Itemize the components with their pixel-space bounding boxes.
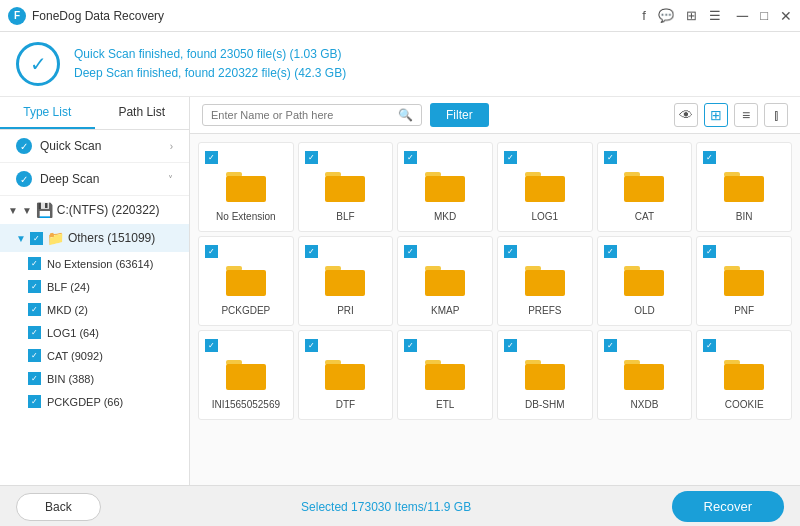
- quick-scan-status: Quick Scan finished, found 23050 file(s)…: [74, 45, 784, 64]
- svg-rect-3: [325, 176, 365, 202]
- deep-scan-item[interactable]: ✓ Deep Scan ˅: [0, 163, 189, 196]
- scan-status-text: Quick Scan finished, found 23050 file(s)…: [74, 45, 784, 83]
- file-label-pnf: PNF: [734, 305, 754, 316]
- file-cb-dbshm[interactable]: ✓: [504, 339, 517, 352]
- svg-rect-15: [325, 270, 365, 296]
- back-button[interactable]: Back: [16, 493, 101, 521]
- sub-checkbox-3[interactable]: ✓: [28, 326, 41, 339]
- sub-item-1: ✓ BLF (24): [0, 275, 189, 298]
- header-area: ✓ Quick Scan finished, found 23050 file(…: [0, 32, 800, 97]
- file-item-pnf[interactable]: ✓ PNF: [696, 236, 792, 326]
- file-item-etl[interactable]: ✓ ETL: [397, 330, 493, 420]
- file-label-bin: BIN: [736, 211, 753, 222]
- svg-rect-9: [624, 176, 664, 202]
- sub-label-0: No Extension (63614): [47, 258, 153, 270]
- share-icon[interactable]: ⊞: [686, 8, 697, 23]
- tab-path-list[interactable]: Path List: [95, 97, 190, 129]
- folder-icon-blf: [323, 168, 367, 207]
- svg-rect-23: [724, 270, 764, 296]
- maximize-btn[interactable]: □: [760, 8, 768, 23]
- file-cb-mkd[interactable]: ✓: [404, 151, 417, 164]
- sub-checkbox-0[interactable]: ✓: [28, 257, 41, 270]
- file-label-ini: INI1565052569: [212, 399, 280, 410]
- file-cb-log1[interactable]: ✓: [504, 151, 517, 164]
- file-cb-dtf[interactable]: ✓: [305, 339, 318, 352]
- file-item-bin[interactable]: ✓ BIN: [696, 142, 792, 232]
- search-box[interactable]: 🔍: [202, 104, 422, 126]
- file-cb-prefs[interactable]: ✓: [504, 245, 517, 258]
- sub-checkbox-6[interactable]: ✓: [28, 395, 41, 408]
- svg-rect-1: [226, 176, 266, 202]
- tab-type-list[interactable]: Type List: [0, 97, 95, 129]
- chat-icon[interactable]: 💬: [658, 8, 674, 23]
- file-item-pckgdep[interactable]: ✓ PCKGDEP: [198, 236, 294, 326]
- file-cb-kmap[interactable]: ✓: [404, 245, 417, 258]
- file-item-pri[interactable]: ✓ PRI: [298, 236, 394, 326]
- file-item-cookie[interactable]: ✓ COOKIE: [696, 330, 792, 420]
- file-cb-etl[interactable]: ✓: [404, 339, 417, 352]
- file-cb-blf[interactable]: ✓: [305, 151, 318, 164]
- category-checkbox[interactable]: ✓: [30, 232, 43, 245]
- category-folder-icon: 📁: [47, 230, 64, 246]
- menu-icon[interactable]: ☰: [709, 8, 721, 23]
- file-item-no-extension[interactable]: ✓ No Extension: [198, 142, 294, 232]
- search-input[interactable]: [211, 109, 398, 121]
- file-label-pckgdep: PCKGDEP: [221, 305, 270, 316]
- folder-icon-ini: [224, 356, 268, 395]
- file-cb-cookie[interactable]: ✓: [703, 339, 716, 352]
- folder-icon-cat: [622, 168, 666, 207]
- file-cb-pri[interactable]: ✓: [305, 245, 318, 258]
- file-item-mkd[interactable]: ✓ MKD: [397, 142, 493, 232]
- file-cb-no-extension[interactable]: ✓: [205, 151, 218, 164]
- svg-rect-21: [624, 270, 664, 296]
- file-item-cat[interactable]: ✓ CAT: [597, 142, 693, 232]
- file-cb-cat[interactable]: ✓: [604, 151, 617, 164]
- quick-scan-item[interactable]: ✓ Quick Scan ›: [0, 130, 189, 163]
- minimize-btn[interactable]: ─: [737, 7, 748, 25]
- file-item-prefs[interactable]: ✓ PREFS: [497, 236, 593, 326]
- recover-button[interactable]: Recover: [672, 491, 784, 522]
- file-item-old[interactable]: ✓ OLD: [597, 236, 693, 326]
- folder-icon-no-extension: [224, 168, 268, 207]
- close-btn[interactable]: ✕: [780, 8, 792, 24]
- file-label-old: OLD: [634, 305, 655, 316]
- folder-icon-cookie: [722, 356, 766, 395]
- list-view-icon[interactable]: ≡: [734, 103, 758, 127]
- sub-checkbox-1[interactable]: ✓: [28, 280, 41, 293]
- grid-view-icon[interactable]: ⊞: [704, 103, 728, 127]
- column-view-icon[interactable]: ⫿: [764, 103, 788, 127]
- file-cb-old[interactable]: ✓: [604, 245, 617, 258]
- file-item-nxdb[interactable]: ✓ NXDB: [597, 330, 693, 420]
- sidebar: Type List Path List ✓ Quick Scan › ✓ Dee…: [0, 97, 190, 485]
- filter-button[interactable]: Filter: [430, 103, 489, 127]
- svg-rect-5: [425, 176, 465, 202]
- drive-item[interactable]: ▼ ▼ 💾 C:(NTFS) (220322): [0, 196, 189, 224]
- folder-icon-mkd: [423, 168, 467, 207]
- category-others[interactable]: ▼ ✓ 📁 Others (151099): [0, 224, 189, 252]
- file-cb-pnf[interactable]: ✓: [703, 245, 716, 258]
- sub-checkbox-4[interactable]: ✓: [28, 349, 41, 362]
- file-cb-ini[interactable]: ✓: [205, 339, 218, 352]
- file-cb-pckgdep[interactable]: ✓: [205, 245, 218, 258]
- svg-rect-35: [724, 364, 764, 390]
- sub-label-6: PCKGDEP (66): [47, 396, 123, 408]
- folder-icon-pri: [323, 262, 367, 301]
- deep-scan-status: Deep Scan finished, found 220322 file(s)…: [74, 64, 784, 83]
- facebook-icon[interactable]: f: [642, 8, 646, 23]
- file-item-kmap[interactable]: ✓ KMAP: [397, 236, 493, 326]
- file-item-blf[interactable]: ✓ BLF: [298, 142, 394, 232]
- svg-rect-27: [325, 364, 365, 390]
- file-item-dtf[interactable]: ✓ DTF: [298, 330, 394, 420]
- file-label-dbshm: DB-SHM: [525, 399, 564, 410]
- file-item-log1[interactable]: ✓ LOG1: [497, 142, 593, 232]
- eye-view-icon[interactable]: 👁: [674, 103, 698, 127]
- folder-icon-kmap: [423, 262, 467, 301]
- file-item-dbshm[interactable]: ✓ DB-SHM: [497, 330, 593, 420]
- sub-checkbox-5[interactable]: ✓: [28, 372, 41, 385]
- file-cb-nxdb[interactable]: ✓: [604, 339, 617, 352]
- sub-item-5: ✓ BIN (388): [0, 367, 189, 390]
- file-item-ini[interactable]: ✓ INI1565052569: [198, 330, 294, 420]
- sub-checkbox-2[interactable]: ✓: [28, 303, 41, 316]
- file-cb-bin[interactable]: ✓: [703, 151, 716, 164]
- sub-item-2: ✓ MKD (2): [0, 298, 189, 321]
